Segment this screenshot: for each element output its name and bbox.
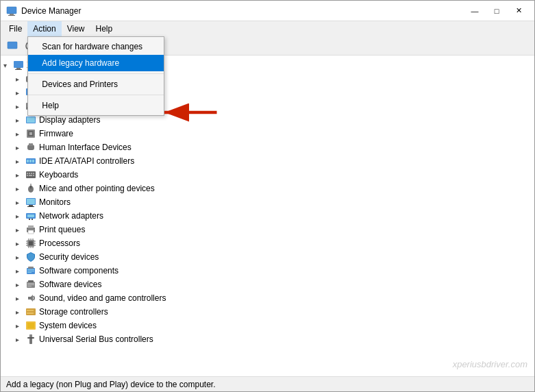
security-expand: ▸ [16,254,25,261]
action-dropdown: Scan for hardware changes Add legacy har… [27,36,164,116]
svg-rect-51 [27,215,34,217]
menu-add-legacy[interactable]: Add legacy hardware [28,55,164,71]
menu-view[interactable]: View [62,21,90,36]
system-dev-icon [25,320,36,331]
network-adapter-icon [25,210,36,221]
tree-item-print[interactable]: ▸ Print queues [1,223,534,236]
window-controls: — □ ✕ [464,4,529,18]
monitors-expand: ▸ [16,199,25,206]
maximize-button[interactable]: □ [486,4,507,18]
menu-action[interactable]: Action Scan for hardware changes Add leg… [27,21,61,36]
svg-point-92 [29,334,32,337]
tree-item-usb[interactable]: ▸ Universal Serial Bus controllers [1,332,534,346]
svg-rect-40 [27,175,28,176]
disk-expand: ▸ [16,103,25,110]
svg-rect-53 [32,219,33,220]
tree-item-software-components[interactable]: ▸ Software components [1,264,534,278]
monitor-icon [25,197,36,208]
storage-ctrl-icon [25,306,36,317]
cameras-expand: ▸ [16,75,25,83]
title-bar: Device Manager — □ ✕ [1,1,534,21]
help-label: Help [42,101,59,110]
svg-rect-3 [8,42,17,49]
svg-rect-30 [31,143,33,146]
tree-item-system[interactable]: ▸ System devices [1,319,534,332]
software-dev-expand: ▸ [16,281,25,289]
svg-rect-2 [8,15,15,16]
menu-devices-printers[interactable]: Devices and Printers [28,76,164,93]
svg-rect-37 [29,173,30,174]
tree-item-firmware[interactable]: ▸ Firmware [1,127,534,140]
svg-rect-89 [27,323,34,328]
tree-item-network[interactable]: ▸ Network adapters [1,209,534,223]
status-bar: Add a legacy (non Plug and Play) device … [1,376,534,391]
menu-file[interactable]: File [3,21,27,36]
tree-item-hid[interactable]: ▸ Human Interface Devices [1,140,534,154]
software-dev-icon [25,279,36,290]
svg-rect-56 [28,230,34,234]
close-button[interactable]: ✕ [508,4,529,18]
tree-item-software-devices[interactable]: ▸ Software devices [1,278,534,291]
security-dev-icon [25,252,36,262]
hid-expand: ▸ [16,144,25,151]
mouse-icon [25,183,36,194]
tree-item-mice[interactable]: ▸ Mice and other pointing devices [1,182,534,195]
display-label: Display adapters [39,115,100,125]
computer-expand: ▸ [16,89,25,97]
tree-item-ide[interactable]: ▸ IDE ATA/ATAPI controllers [1,154,534,168]
sound-expand: ▸ [16,295,25,302]
svg-rect-1 [10,14,14,15]
tree-item-sound[interactable]: ▸ Sound, video and game controllers [1,291,534,305]
menu-view-label: View [67,24,85,34]
computer-icon [13,60,24,71]
svg-rect-81 [27,286,32,286]
menu-separator-1 [28,73,164,74]
tree-item-keyboard[interactable]: ▸ Keyboards [1,168,534,182]
software-comp-expand: ▸ [16,267,25,275]
toolbar-btn-1[interactable] [4,38,21,53]
svg-rect-29 [29,143,31,146]
svg-rect-78 [28,280,34,282]
keyboard-icon [25,169,36,180]
add-legacy-label: Add legacy hardware [42,58,119,68]
svg-rect-39 [33,173,34,174]
display-adapter-icon [25,114,36,125]
menu-help-top[interactable]: Help [90,21,119,36]
svg-rect-57 [27,229,35,230]
window-title: Device Manager [21,6,464,16]
hid-label: Human Interface Devices [39,143,132,152]
svg-rect-73 [28,267,34,269]
root-expand: ▾ [3,62,13,69]
keyboard-label: Keyboards [39,170,78,180]
svg-rect-11 [16,68,21,69]
svg-rect-34 [32,160,34,162]
hid-icon [25,142,36,153]
monitors-label: Monitors [39,197,71,207]
display-expand: ▸ [16,117,25,124]
tree-item-processors[interactable]: ▸ [1,236,534,250]
ide-icon [25,156,36,167]
system-label: System devices [39,321,97,330]
svg-rect-59 [29,241,33,245]
menu-help[interactable]: Help [28,97,164,114]
svg-rect-28 [27,145,34,150]
svg-rect-52 [29,219,30,220]
menu-scan-hardware[interactable]: Scan for hardware changes [28,38,164,55]
tree-item-storage[interactable]: ▸ Storage controllers [1,305,534,319]
svg-rect-48 [29,205,33,206]
network-expand: ▸ [16,212,25,220]
minimize-button[interactable]: — [464,4,485,18]
menu-bar: File Action Scan for hardware changes Ad… [1,21,534,36]
svg-rect-49 [27,206,34,207]
tree-item-monitors[interactable]: ▸ Monitors [1,195,534,209]
mice-expand: ▸ [16,185,25,193]
svg-point-87 [34,313,35,314]
software-comp-icon [25,265,36,276]
app-icon [6,5,17,16]
tree-item-security[interactable]: ▸ Security devices [1,250,534,264]
svg-point-86 [34,310,35,311]
svg-rect-79 [27,283,34,284]
keyboard-expand: ▸ [16,171,25,179]
svg-rect-42 [33,175,34,176]
device-manager-window: Device Manager — □ ✕ File Action Scan fo… [0,0,535,392]
